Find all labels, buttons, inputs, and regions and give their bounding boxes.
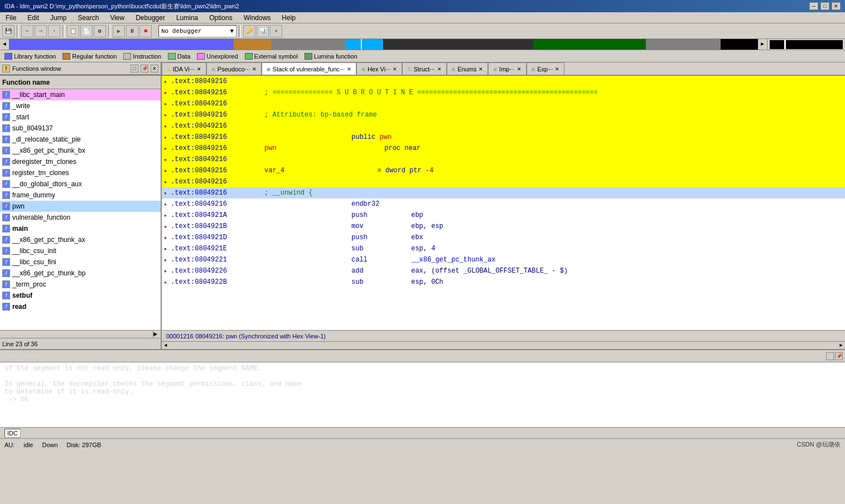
tab-ida-view-close[interactable]: ✕ [197,66,201,72]
tb-paste[interactable]: 📄 [80,25,93,37]
menu-file[interactable]: File [2,13,20,23]
menu-lumina[interactable]: Lumina [173,13,201,23]
tab-stack-close[interactable]: ✕ [347,66,351,72]
func-item-libc-csu-fini[interactable]: f __libc_csu_fini [0,256,161,268]
func-item-vuln[interactable]: f vulnerable_function [0,212,161,223]
func-item-register[interactable]: f register_tm_clones [0,167,161,178]
tb-extra1[interactable]: 🔑 [243,25,255,37]
tab-imports[interactable]: ■ Imp··· ✕ [488,62,526,75]
tb-debugger-select[interactable]: No debugger▼ [158,25,236,37]
func-item-sub8049137[interactable]: f sub_8049137 [0,123,161,134]
menu-view[interactable]: View [107,13,128,23]
code-view[interactable]: ● .text:08049216 ● .text:08049216 ; ====… [162,76,845,330]
func-item-global-dtors[interactable]: f __do_global_dtors_aux [0,178,161,190]
functions-list[interactable]: f __libc_start_main f _write f _start f … [0,89,161,330]
menu-options[interactable]: Options [206,13,235,23]
code-row-push-ebx[interactable]: ● .text:0804921D push ebx [162,232,845,243]
close-button[interactable]: ✕ [832,2,841,10]
addr-cell: ● .text:08049216 [162,187,262,198]
func-item-libc-start-main[interactable]: f __libc_start_main [0,89,161,100]
tab-enums[interactable]: ■ Enums ✕ [447,62,489,75]
tab-exports[interactable]: ■ Exp··· ✕ [527,62,565,75]
func-item-frame-dummy[interactable]: f frame_dummy [0,190,161,201]
code-hscroll[interactable]: ◄ ► [162,341,845,349]
functions-float-btn[interactable]: □ [131,65,138,72]
minimize-button[interactable]: ─ [809,2,818,10]
code-row-mov-ebp[interactable]: ● .text:0804921B mov ebp, esp [162,221,845,232]
tab-structs-close[interactable]: ✕ [437,66,442,72]
tb-run[interactable]: ▶ [113,25,125,37]
output-content[interactable]: if the segment is not read only, please … [0,362,845,427]
tb-back[interactable]: ← [21,25,33,37]
tab-hex-view[interactable]: ■ Hex Vi··· ✕ [356,62,402,75]
tb-save[interactable]: 💾 [2,25,15,37]
code-row-add-eax[interactable]: ● .text:08049226 add eax, (offset _GLOBA… [162,265,845,277]
code-row[interactable]: ● .text:08049216 [162,120,845,132]
tb-pause[interactable]: ⏸ [126,25,138,37]
output-pin-btn[interactable]: 📌 [835,352,843,360]
functions-hscroll[interactable]: ► [0,330,161,338]
code-row-sub-esp4[interactable]: ● .text:0804921E sub esp, 4 [162,243,845,254]
nav-left[interactable]: ◄ [0,39,9,50]
tb-copy[interactable]: 📋 [67,25,79,37]
code-row[interactable]: ● .text:08049216 pwn proc near [162,143,845,154]
functions-close-btn[interactable]: ✕ [151,65,158,72]
menu-edit[interactable]: Edit [24,13,42,23]
scroll-right-btn[interactable]: ► [837,342,845,349]
code-row[interactable]: ● .text:08049216 public pwn [162,132,845,143]
menu-debugger[interactable]: Debugger [132,13,168,23]
tab-stack[interactable]: ■ Stack of vulnerable_func··· ✕ [262,62,356,75]
tab-exports-close[interactable]: ✕ [555,66,559,72]
tb-stop[interactable]: ■ [139,25,152,37]
tab-hex-close[interactable]: ✕ [393,66,397,72]
func-item-write[interactable]: f _write [0,100,161,112]
func-item-libc-csu-init[interactable]: f __libc_csu_init [0,245,161,256]
maximize-button[interactable]: □ [820,2,829,10]
code-row[interactable]: ● .text:08049216 var_4 = dword ptr -4 [162,165,845,176]
code-row[interactable]: ● .text:08049216 [162,98,845,109]
func-item-pwn[interactable]: f pwn [0,201,161,212]
func-item-setbuf[interactable]: f setbuf [0,290,161,301]
menu-help[interactable]: Help [278,13,299,23]
tab-enums-close[interactable]: ✕ [479,66,483,72]
menu-windows[interactable]: Windows [240,13,274,23]
window-controls: ─ □ ✕ [809,2,841,10]
tab-structs[interactable]: A Struct··· ✕ [402,62,446,75]
code-row[interactable]: ● .text:08049216 [162,154,845,165]
tb-fwd[interactable]: → [35,25,47,37]
code-row-endbr32[interactable]: ● .text:08049216 endbr32 [162,198,845,210]
code-row[interactable]: ● .text:08049216 ; =============== S U B… [162,87,845,98]
tb-extra2[interactable]: 📊 [257,25,269,37]
output-float-btn[interactable]: □ [826,352,834,360]
code-row-unwind[interactable]: ● .text:08049216 ; __unwind { [162,187,845,198]
code-row-push-ebp[interactable]: ● .text:0804921A push ebp [162,210,845,221]
func-item-term-proc[interactable]: f _term_proc [0,279,161,290]
func-item-read[interactable]: f read [0,301,161,312]
code-row-sub-esp-0ch[interactable]: ● .text:0804922B sub esp, 0Ch [162,277,845,288]
func-item-x86-thunk-bx[interactable]: f __x86_get_pc_thunk_bx [0,145,161,156]
menu-search[interactable]: Search [74,13,102,23]
tab-imports-close[interactable]: ✕ [517,66,522,72]
func-item-main[interactable]: f main [0,223,161,234]
tab-pseudocode[interactable]: ■ Pseudoco··· ✕ [206,62,262,75]
code-row[interactable]: ● .text:08049216 ; Attributes: bp-based … [162,109,845,120]
func-item-start[interactable]: f _start [0,112,161,123]
code-row[interactable]: ● .text:08049216 [162,176,845,187]
tb-nav[interactable]: · [48,25,60,37]
func-item-x86-thunk-ax[interactable]: f __x86_get_pc_thunk_ax [0,234,161,245]
scroll-left-btn[interactable]: ◄ [162,342,170,349]
tb-options[interactable]: ⚙ [94,25,106,37]
menu-jump[interactable]: Jump [47,13,70,23]
functions-pin-btn[interactable]: 📌 [141,65,148,72]
tb-extra3[interactable]: ⚡ [270,25,282,37]
nav-right[interactable]: ► [758,39,767,50]
code-status-bar: 00001216 08049216: pwn (Synchronized wit… [162,330,845,341]
code-row[interactable]: ● .text:08049216 [162,76,845,87]
func-icon: f [2,180,10,188]
func-item-x86-thunk-bp[interactable]: f __x86_get_pc_thunk_bp [0,268,161,279]
func-item-dl-relocate[interactable]: f _dl_relocate_static_pie [0,134,161,145]
tab-pseudocode-close[interactable]: ✕ [252,66,257,72]
func-item-deregister[interactable]: f deregister_tm_clones [0,156,161,167]
code-row-call-thunk[interactable]: ● .text:08049221 call __x86_get_pc_thunk… [162,254,845,265]
tab-ida-view[interactable]: ■ IDA Vi··· ✕ [162,62,206,75]
